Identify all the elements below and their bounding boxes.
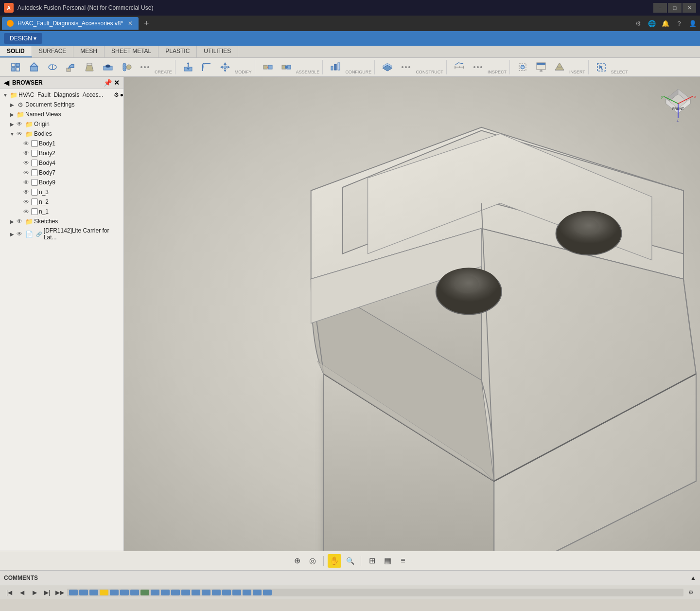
timeline-marker-3[interactable] [89,590,98,595]
orbit-button[interactable]: ✋ [328,554,341,568]
timeline-marker-19[interactable] [253,590,262,595]
tree-item-body7[interactable]: 👁 Body7 [0,168,123,178]
eye-icon-body1[interactable]: 👁 [22,140,30,147]
insert-mesh-button[interactable] [551,60,568,74]
revolve-button[interactable] [44,60,61,74]
timeline-marker-10[interactable] [161,590,170,595]
tab-sheetmetal[interactable]: SHEET METAL [105,46,158,57]
insert-button[interactable]: + [514,60,531,74]
tree-item-root[interactable]: ▼ 📁 HVAC_Fault_Diagnosis_Acces... ⚙ ● [0,90,123,100]
document-tab[interactable]: HVAC_Fault_Diagnosis_Accessories v8* ✕ [2,17,139,30]
loft-button[interactable] [81,60,98,74]
tree-item-n2[interactable]: 👁 n_2 [0,197,123,207]
tab-utilities[interactable]: UTILITIES [197,46,238,57]
tree-item-n3[interactable]: 👁 n_3 [0,187,123,197]
timeline-marker-8[interactable] [140,590,149,595]
tab-surface[interactable]: SURFACE [32,46,74,57]
timeline-marker-13[interactable] [192,590,200,595]
new-component-button[interactable] [7,60,24,74]
tree-item-n1[interactable]: 👁 n_1 [0,207,123,216]
timeline-marker-15[interactable] [212,590,221,595]
timeline-settings-button[interactable]: ⚙ [685,587,696,598]
checkbox-n1[interactable] [31,208,38,215]
viewport[interactable]: FRONT x y z [124,77,700,551]
eye-icon-bodies[interactable]: 👁 [16,130,23,138]
tree-options-root[interactable]: ⚙ [114,91,119,98]
close-button[interactable]: ✕ [682,3,696,13]
add-tab-button[interactable]: + [140,18,152,29]
comments-expand-button[interactable]: ▲ [690,575,696,581]
settings-icon-button[interactable]: ⚙ [633,18,644,29]
timeline-marker-2[interactable] [79,590,88,595]
globe-icon-button[interactable]: 🌐 [647,18,657,29]
joint-button[interactable] [259,60,277,74]
design-mode-button[interactable]: DESIGN ▾ [4,33,42,44]
offset-plane-button[interactable] [379,60,396,74]
grid-button[interactable]: ⊞ [365,554,379,568]
timeline-marker-5[interactable] [110,590,119,595]
hole-button[interactable] [99,60,117,74]
timeline-marker-1[interactable] [69,590,78,595]
bell-icon-button[interactable]: 🔔 [660,18,671,29]
tree-item-body2[interactable]: 👁 Body2 [0,148,123,158]
timeline-end-button[interactable]: ▶▶ [54,587,65,598]
more-display-button[interactable]: ≡ [396,554,410,568]
eye-icon-dfr[interactable]: 👁 [16,230,23,238]
tab-mesh[interactable]: MESH [73,46,105,57]
fillet-button[interactable] [198,60,215,74]
eye-icon-body9[interactable]: 👁 [22,179,30,186]
timeline-next-button[interactable]: ▶| [42,587,52,598]
minimize-button[interactable]: − [653,3,667,13]
timeline-marker-12[interactable] [181,590,190,595]
move-button[interactable] [216,60,234,74]
checkbox-body4[interactable] [31,160,38,166]
timeline-marker-6[interactable] [120,590,129,595]
checkbox-body2[interactable] [31,150,38,157]
timeline-marker-14[interactable] [202,590,210,595]
tree-item-named-views[interactable]: ▶ 📁 Named Views [0,109,123,119]
timeline-marker-11[interactable] [171,590,180,595]
browser-collapse-button[interactable]: ◀ [4,79,9,87]
tree-item-origin[interactable]: ▶ 👁 📁 Origin [0,119,123,129]
create-more-button[interactable] [136,60,154,74]
thread-button[interactable] [118,60,135,74]
timeline-play-button[interactable]: ▶ [29,587,40,598]
canvas-button[interactable] [532,60,550,74]
maximize-button[interactable]: □ [668,3,682,13]
browser-pin-button[interactable]: 📌 [104,79,112,87]
press-pull-button[interactable] [179,60,197,74]
checkbox-body9[interactable] [31,179,38,186]
eye-icon-n1[interactable]: 👁 [22,208,30,216]
tree-item-dfr[interactable]: ▶ 👁 📄 🔗 [DFR1142]Lite Carrier for Lat... [0,226,123,242]
display-settings-button[interactable]: ▦ [381,554,394,568]
construct-more-button[interactable] [397,60,415,74]
eye-icon-sketches[interactable]: 👁 [16,217,23,225]
timeline-marker-18[interactable] [243,590,251,595]
eye-icon-n2[interactable]: 👁 [22,198,30,206]
tab-plastic[interactable]: PLASTIC [158,46,197,57]
as-built-button[interactable] [278,60,295,74]
checkbox-body7[interactable] [31,169,38,176]
back-button[interactable]: ◎ [306,554,319,568]
timeline-marker-20[interactable] [263,590,272,595]
timeline-marker-9[interactable] [151,590,159,595]
account-icon-button[interactable]: 👤 [687,18,698,29]
eye-icon-body2[interactable]: 👁 [22,149,30,157]
fit-home-button[interactable]: ⊕ [290,554,304,568]
sweep-button[interactable] [62,60,80,74]
timeline-marker-4[interactable] [100,590,108,595]
measure-button[interactable] [451,60,468,74]
tree-item-doc-settings[interactable]: ▶ ⚙ Document Settings [0,100,123,109]
tree-item-sketches[interactable]: ▶ 👁 📁 Sketches [0,216,123,226]
tree-item-body9[interactable]: 👁 Body9 [0,178,123,187]
tab-solid[interactable]: SOLID [0,46,32,57]
tab-close-button[interactable]: ✕ [127,20,134,27]
tree-item-body1[interactable]: 👁 Body1 [0,139,123,148]
timeline-marker-16[interactable] [222,590,231,595]
timeline-start-button[interactable]: |◀ [4,587,15,598]
select-button[interactable] [593,60,610,74]
help-icon-button[interactable]: ? [674,18,684,29]
zoom-button[interactable]: 🔍 [343,554,357,568]
timeline-marker-17[interactable] [232,590,241,595]
checkbox-n3[interactable] [31,189,38,196]
